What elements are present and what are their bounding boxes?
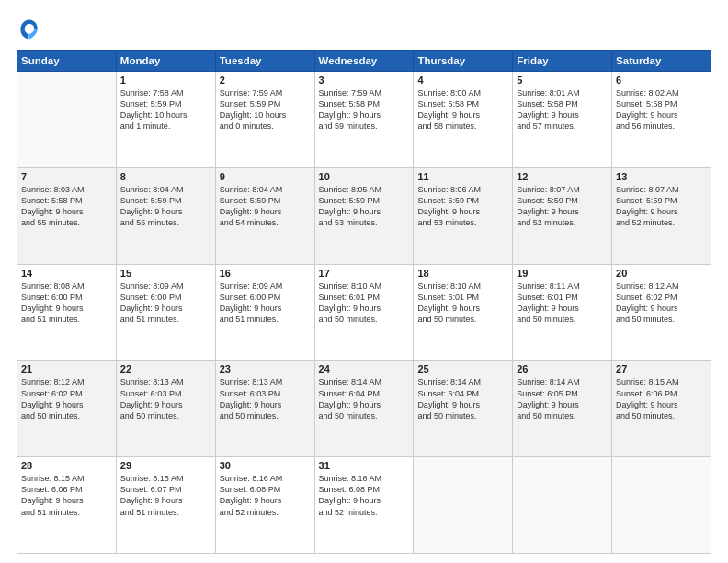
- cell-info: Sunrise: 8:13 AMSunset: 6:03 PMDaylight:…: [120, 376, 211, 421]
- calendar-cell-2-4: 18Sunrise: 8:10 AMSunset: 6:01 PMDayligh…: [414, 264, 513, 361]
- day-number: 29: [120, 460, 211, 471]
- calendar-cell-3-4: 25Sunrise: 8:14 AMSunset: 6:04 PMDayligh…: [414, 361, 513, 457]
- cell-info: Sunrise: 8:09 AMSunset: 6:00 PMDaylight:…: [220, 281, 311, 326]
- cell-info: Sunrise: 8:15 AMSunset: 6:07 PMDaylight:…: [120, 473, 211, 518]
- cell-info: Sunrise: 8:03 AMSunset: 5:58 PMDaylight:…: [21, 184, 112, 229]
- cell-info: Sunrise: 8:05 AMSunset: 5:59 PMDaylight:…: [319, 184, 410, 229]
- cell-info: Sunrise: 8:07 AMSunset: 5:59 PMDaylight:…: [517, 184, 608, 229]
- calendar-cell-1-0: 7Sunrise: 8:03 AMSunset: 5:58 PMDaylight…: [17, 167, 117, 264]
- weekday-header-tuesday: Tuesday: [215, 51, 314, 72]
- cell-info: Sunrise: 8:14 AMSunset: 6:05 PMDaylight:…: [517, 376, 608, 421]
- calendar-cell-3-1: 22Sunrise: 8:13 AMSunset: 6:03 PMDayligh…: [116, 361, 215, 457]
- calendar-row-4: 28Sunrise: 8:15 AMSunset: 6:06 PMDayligh…: [17, 457, 711, 554]
- cell-info: Sunrise: 8:09 AMSunset: 6:00 PMDaylight:…: [120, 281, 211, 326]
- calendar-cell-3-6: 27Sunrise: 8:15 AMSunset: 6:06 PMDayligh…: [612, 361, 711, 457]
- day-number: 30: [220, 460, 311, 471]
- calendar-cell-0-0: [17, 72, 117, 168]
- calendar-cell-1-6: 13Sunrise: 8:07 AMSunset: 5:59 PMDayligh…: [612, 167, 711, 264]
- day-number: 7: [21, 171, 112, 182]
- cell-info: Sunrise: 8:14 AMSunset: 6:04 PMDaylight:…: [417, 376, 508, 421]
- cell-info: Sunrise: 7:59 AMSunset: 5:59 PMDaylight:…: [220, 87, 311, 132]
- day-number: 2: [220, 75, 311, 86]
- cell-info: Sunrise: 8:13 AMSunset: 6:03 PMDaylight:…: [220, 376, 311, 421]
- cell-info: Sunrise: 8:04 AMSunset: 5:59 PMDaylight:…: [220, 184, 311, 229]
- cell-info: Sunrise: 8:07 AMSunset: 5:59 PMDaylight:…: [616, 184, 707, 229]
- cell-info: Sunrise: 8:12 AMSunset: 6:02 PMDaylight:…: [616, 281, 707, 326]
- cell-info: Sunrise: 8:08 AMSunset: 6:00 PMDaylight:…: [21, 281, 112, 326]
- weekday-header-friday: Friday: [513, 51, 612, 72]
- calendar-cell-3-5: 26Sunrise: 8:14 AMSunset: 6:05 PMDayligh…: [513, 361, 612, 457]
- calendar-cell-0-2: 2Sunrise: 7:59 AMSunset: 5:59 PMDaylight…: [215, 72, 314, 168]
- day-number: 27: [616, 363, 707, 374]
- calendar-row-2: 14Sunrise: 8:08 AMSunset: 6:00 PMDayligh…: [17, 264, 711, 361]
- calendar-cell-2-6: 20Sunrise: 8:12 AMSunset: 6:02 PMDayligh…: [612, 264, 711, 361]
- day-number: 21: [21, 363, 112, 374]
- day-number: 11: [417, 171, 508, 182]
- day-number: 13: [616, 171, 707, 182]
- page: SundayMondayTuesdayWednesdayThursdayFrid…: [0, 0, 728, 563]
- day-number: 1: [120, 75, 211, 86]
- calendar-table: SundayMondayTuesdayWednesdayThursdayFrid…: [17, 50, 711, 554]
- cell-info: Sunrise: 8:10 AMSunset: 6:01 PMDaylight:…: [417, 281, 508, 326]
- calendar-cell-4-6: [612, 457, 711, 554]
- calendar-row-0: 1Sunrise: 7:58 AMSunset: 5:59 PMDaylight…: [17, 72, 711, 168]
- calendar-cell-2-2: 16Sunrise: 8:09 AMSunset: 6:00 PMDayligh…: [215, 264, 314, 361]
- calendar-cell-4-0: 28Sunrise: 8:15 AMSunset: 6:06 PMDayligh…: [17, 457, 117, 554]
- weekday-header-sunday: Sunday: [17, 51, 117, 72]
- weekday-header-saturday: Saturday: [612, 51, 711, 72]
- cell-info: Sunrise: 8:10 AMSunset: 6:01 PMDaylight:…: [319, 281, 410, 326]
- day-number: 22: [120, 363, 211, 374]
- day-number: 20: [616, 268, 707, 279]
- day-number: 26: [517, 363, 608, 374]
- day-number: 16: [220, 268, 311, 279]
- day-number: 18: [417, 268, 508, 279]
- calendar-cell-0-6: 6Sunrise: 8:02 AMSunset: 5:58 PMDaylight…: [612, 72, 711, 168]
- day-number: 3: [319, 75, 410, 86]
- cell-info: Sunrise: 8:16 AMSunset: 6:08 PMDaylight:…: [220, 473, 311, 518]
- day-number: 9: [220, 171, 311, 182]
- calendar-cell-0-4: 4Sunrise: 8:00 AMSunset: 5:58 PMDaylight…: [414, 72, 513, 168]
- calendar-cell-2-5: 19Sunrise: 8:11 AMSunset: 6:01 PMDayligh…: [513, 264, 612, 361]
- day-number: 10: [319, 171, 410, 182]
- calendar-cell-3-0: 21Sunrise: 8:12 AMSunset: 6:02 PMDayligh…: [17, 361, 117, 457]
- calendar-cell-0-3: 3Sunrise: 7:59 AMSunset: 5:58 PMDaylight…: [314, 72, 414, 168]
- header: [17, 17, 711, 42]
- calendar-cell-2-0: 14Sunrise: 8:08 AMSunset: 6:00 PMDayligh…: [17, 264, 117, 361]
- calendar-cell-1-1: 8Sunrise: 8:04 AMSunset: 5:59 PMDaylight…: [116, 167, 215, 264]
- calendar-cell-4-1: 29Sunrise: 8:15 AMSunset: 6:07 PMDayligh…: [116, 457, 215, 554]
- day-number: 5: [517, 75, 608, 86]
- day-number: 19: [517, 268, 608, 279]
- cell-info: Sunrise: 8:14 AMSunset: 6:04 PMDaylight:…: [319, 376, 410, 421]
- calendar-cell-2-3: 17Sunrise: 8:10 AMSunset: 6:01 PMDayligh…: [314, 264, 414, 361]
- calendar-cell-0-1: 1Sunrise: 7:58 AMSunset: 5:59 PMDaylight…: [116, 72, 215, 168]
- calendar-cell-1-3: 10Sunrise: 8:05 AMSunset: 5:59 PMDayligh…: [314, 167, 414, 264]
- calendar-row-3: 21Sunrise: 8:12 AMSunset: 6:02 PMDayligh…: [17, 361, 711, 457]
- day-number: 25: [417, 363, 508, 374]
- day-number: 31: [319, 460, 410, 471]
- cell-info: Sunrise: 8:16 AMSunset: 6:08 PMDaylight:…: [319, 473, 410, 518]
- logo: [17, 17, 46, 42]
- cell-info: Sunrise: 8:02 AMSunset: 5:58 PMDaylight:…: [616, 87, 707, 132]
- calendar-cell-0-5: 5Sunrise: 8:01 AMSunset: 5:58 PMDaylight…: [513, 72, 612, 168]
- calendar-cell-4-2: 30Sunrise: 8:16 AMSunset: 6:08 PMDayligh…: [215, 457, 314, 554]
- cell-info: Sunrise: 8:15 AMSunset: 6:06 PMDaylight:…: [616, 376, 707, 421]
- cell-info: Sunrise: 7:59 AMSunset: 5:58 PMDaylight:…: [319, 87, 410, 132]
- weekday-header-row: SundayMondayTuesdayWednesdayThursdayFrid…: [17, 51, 711, 72]
- calendar-cell-1-5: 12Sunrise: 8:07 AMSunset: 5:59 PMDayligh…: [513, 167, 612, 264]
- day-number: 6: [616, 75, 707, 86]
- calendar-cell-3-3: 24Sunrise: 8:14 AMSunset: 6:04 PMDayligh…: [314, 361, 414, 457]
- logo-icon: [17, 17, 42, 42]
- cell-info: Sunrise: 8:15 AMSunset: 6:06 PMDaylight:…: [21, 473, 112, 518]
- cell-info: Sunrise: 8:12 AMSunset: 6:02 PMDaylight:…: [21, 376, 112, 421]
- cell-info: Sunrise: 8:00 AMSunset: 5:58 PMDaylight:…: [417, 87, 508, 132]
- day-number: 8: [120, 171, 211, 182]
- cell-info: Sunrise: 8:06 AMSunset: 5:59 PMDaylight:…: [417, 184, 508, 229]
- calendar-cell-1-2: 9Sunrise: 8:04 AMSunset: 5:59 PMDaylight…: [215, 167, 314, 264]
- day-number: 15: [120, 268, 211, 279]
- cell-info: Sunrise: 8:11 AMSunset: 6:01 PMDaylight:…: [517, 281, 608, 326]
- day-number: 28: [21, 460, 112, 471]
- weekday-header-thursday: Thursday: [414, 51, 513, 72]
- cell-info: Sunrise: 8:04 AMSunset: 5:59 PMDaylight:…: [120, 184, 211, 229]
- calendar-cell-4-3: 31Sunrise: 8:16 AMSunset: 6:08 PMDayligh…: [314, 457, 414, 554]
- cell-info: Sunrise: 7:58 AMSunset: 5:59 PMDaylight:…: [120, 87, 211, 132]
